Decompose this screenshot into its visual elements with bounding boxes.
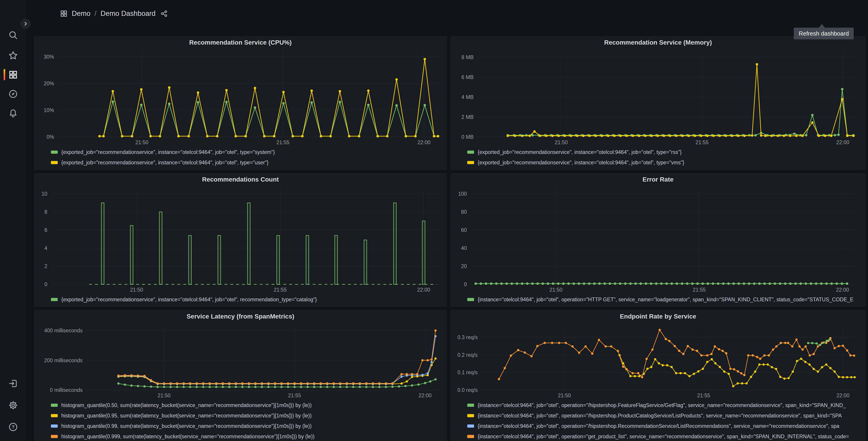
breadcrumb-separator: / (95, 9, 97, 18)
svg-text:10%: 10% (44, 107, 54, 113)
legend: {exported_job="recommendationservice", i… (34, 294, 447, 306)
legend-item[interactable]: {instance="otelcol:9464", job="otel", op… (467, 294, 861, 305)
breadcrumb-page-title[interactable]: Demo Dashboard (100, 9, 155, 18)
recommendations-count-chart[interactable]: 024681021:5021:5522:00 (35, 186, 445, 294)
svg-text:21:50: 21:50 (549, 287, 562, 293)
svg-text:6 MB: 6 MB (461, 74, 474, 80)
endpoint-rate-chart[interactable]: 0.0 req/s0.1 req/s0.2 req/s0.3 req/s21:5… (452, 323, 864, 400)
panel-error-rate: Error Rate 02040608010021:5021:5522:00 {… (450, 173, 866, 307)
settings-gear-icon[interactable] (0, 397, 26, 413)
svg-text:6: 6 (44, 227, 47, 233)
legend: {instance="otelcol:9464", job="otel", op… (451, 400, 866, 441)
tooltip-arrow (819, 24, 825, 28)
svg-text:0: 0 (44, 282, 47, 287)
svg-text:2 MB: 2 MB (461, 114, 474, 120)
svg-text:22:00: 22:00 (836, 140, 849, 145)
sign-in-icon[interactable] (0, 375, 26, 392)
svg-text:200 milliseconds: 200 milliseconds (44, 357, 83, 363)
svg-text:21:55: 21:55 (276, 140, 289, 145)
svg-text:0: 0 (464, 282, 467, 287)
left-sidebar: ? (0, 0, 26, 441)
legend-item[interactable]: histogram_quantile(0.999, sum(rate(laten… (51, 431, 442, 441)
panel-recommendations-count: Recommendations Count 024681021:5021:552… (34, 173, 447, 307)
panel-title[interactable]: Endpoint Rate by Service (451, 311, 866, 323)
svg-text:100: 100 (458, 191, 467, 197)
star-icon[interactable] (0, 47, 26, 64)
svg-text:0%: 0% (46, 134, 54, 140)
svg-text:0 MB: 0 MB (461, 134, 474, 140)
series-color-swatch (51, 151, 58, 154)
svg-text:400 milliseconds: 400 milliseconds (44, 328, 83, 333)
series-color-swatch (467, 161, 474, 164)
series-color-swatch (467, 414, 474, 417)
svg-text:0.1 req/s: 0.1 req/s (458, 370, 478, 375)
svg-text:40: 40 (461, 245, 467, 251)
legend-item[interactable]: {instance="otelcol:9464", job="otel", op… (467, 421, 861, 431)
legend-item[interactable]: {exported_job="recommendationservice", i… (467, 157, 861, 168)
service-latency-chart[interactable]: 0 milliseconds200 milliseconds400 millis… (35, 323, 445, 400)
panel-title[interactable]: Recommendations Count (34, 173, 447, 186)
svg-text:22:00: 22:00 (417, 140, 431, 145)
svg-text:30%: 30% (44, 54, 54, 60)
series-color-swatch (467, 424, 474, 428)
svg-text:2: 2 (44, 263, 47, 269)
legend-item[interactable]: {instance="otelcol:9464", job="otel", op… (467, 431, 861, 441)
svg-text:21:55: 21:55 (695, 140, 709, 145)
legend-item[interactable]: histogram_quantile(0.99, sum(rate(latenc… (51, 421, 442, 431)
series-color-swatch (467, 435, 474, 438)
svg-text:22:00: 22:00 (837, 392, 850, 399)
series-color-swatch (467, 151, 474, 154)
cpu-chart[interactable]: 0%10%20%30%21:5021:5522:00 (35, 49, 445, 146)
share-icon[interactable] (160, 10, 168, 17)
svg-text:21:50: 21:50 (555, 140, 568, 145)
panel-service-latency: Service Latency (from SpanMetrics) 0 mil… (34, 310, 447, 441)
top-navbar: Demo / Demo Dashboard (26, 0, 868, 27)
legend-item[interactable]: {exported_job="recommendationservice", i… (51, 157, 442, 168)
series-color-swatch (51, 161, 58, 164)
legend-item[interactable]: histogram_quantile(0.95, sum(rate(latenc… (51, 410, 442, 421)
svg-text:10: 10 (41, 191, 47, 197)
svg-text:80: 80 (461, 209, 467, 215)
legend: {exported_job="recommendationservice", i… (34, 146, 447, 170)
svg-text:0.2 req/s: 0.2 req/s (458, 352, 478, 358)
legend-item[interactable]: {exported_job="recommendationservice", i… (467, 147, 861, 157)
panel-title[interactable]: Recommendation Service (CPU%) (34, 36, 447, 49)
series-color-swatch (51, 435, 58, 438)
breadcrumb: Demo / Demo Dashboard (60, 0, 168, 27)
svg-text:?: ? (11, 424, 14, 430)
svg-text:8: 8 (44, 209, 47, 215)
legend-item[interactable]: {exported_job="recommendationservice", i… (51, 294, 442, 305)
help-icon[interactable]: ? (0, 419, 26, 435)
svg-text:0.0 req/s: 0.0 req/s (458, 387, 478, 393)
panel-cpu: Recommendation Service (CPU%) 0%10%20%30… (34, 36, 447, 170)
panel-title[interactable]: Error Rate (451, 173, 866, 186)
refresh-tooltip: Refresh dashboard (794, 28, 854, 39)
svg-text:22:00: 22:00 (836, 287, 849, 293)
series-color-swatch (467, 298, 474, 301)
breadcrumb-section[interactable]: Demo (72, 9, 91, 18)
sidebar-expand-button[interactable] (21, 19, 31, 29)
series-color-swatch (51, 414, 58, 417)
svg-text:21:55: 21:55 (274, 287, 287, 293)
search-icon[interactable] (0, 27, 26, 43)
svg-text:0.3 req/s: 0.3 req/s (458, 334, 478, 340)
alerting-bell-icon[interactable] (0, 105, 26, 121)
legend-item[interactable]: {instance="otelcol:9464", job="otel", op… (467, 400, 861, 410)
panel-memory: Recommendation Service (Memory) 0 MB2 MB… (450, 36, 866, 170)
memory-chart[interactable]: 0 MB2 MB4 MB6 MB8 MB21:5021:5522:00 (452, 49, 864, 146)
dashboard-grid-icon (60, 10, 68, 18)
svg-text:8 MB: 8 MB (461, 54, 474, 60)
svg-text:21:55: 21:55 (697, 392, 710, 399)
svg-text:21:50: 21:50 (130, 287, 143, 293)
legend: {instance="otelcol:9464", job="otel", op… (451, 294, 866, 306)
legend-item[interactable]: {exported_job="recommendationservice", i… (51, 147, 442, 157)
svg-text:60: 60 (461, 227, 467, 233)
panel-endpoint-rate: Endpoint Rate by Service 0.0 req/s0.1 re… (450, 310, 866, 441)
dashboards-icon[interactable] (0, 66, 26, 83)
panel-title[interactable]: Service Latency (from SpanMetrics) (34, 311, 447, 323)
explore-compass-icon[interactable] (0, 86, 26, 102)
legend-item[interactable]: {instance="otelcol:9464", job="otel", op… (467, 410, 861, 421)
error-rate-chart[interactable]: 02040608010021:5021:5522:00 (452, 186, 864, 294)
legend-item[interactable]: histogram_quantile(0.50, sum(rate(latenc… (51, 400, 442, 410)
svg-text:4: 4 (44, 245, 47, 251)
